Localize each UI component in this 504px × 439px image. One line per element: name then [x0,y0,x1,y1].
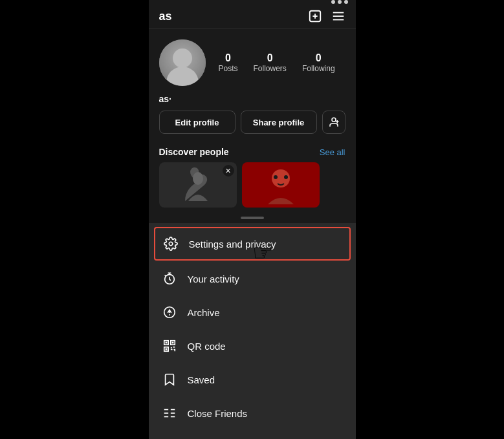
archive-icon [162,305,177,320]
profile-section: 0 Posts 0 Followers 0 Following as· Edit… [149,29,356,142]
menu-item-closefriends[interactable]: Close Friends [149,396,356,430]
following-label: Following [302,64,335,73]
discover-header: Discover people See all [159,147,345,157]
add-post-button[interactable] [308,9,322,23]
posts-count: 0 [225,52,231,64]
avatar [159,39,206,86]
stats-row: 0 Posts 0 Followers 0 Following [219,52,345,73]
qr-icon [162,338,177,354]
app-header: as [149,4,356,29]
menu-item-saved[interactable]: Saved [149,363,356,396]
profile-name: as· [159,94,345,104]
stat-followers[interactable]: 0 Followers [254,52,287,73]
menu-item-favorites[interactable]: Favorites [149,430,356,439]
gear-icon [163,236,179,252]
header-actions [308,9,345,23]
discover-title: Discover people [159,147,229,157]
edit-profile-button[interactable]: Edit profile [159,111,236,134]
closefriends-label: Close Friends [188,408,248,419]
settings-label: Settings and privacy [189,239,276,250]
followers-count: 0 [267,52,273,64]
avatar-body [166,67,199,86]
svg-rect-19 [165,342,167,344]
share-profile-button[interactable]: Share profile [241,111,317,134]
discover-card-1: × [159,162,237,208]
svg-point-11 [274,175,278,179]
posts-label: Posts [219,64,238,73]
stat-posts: 0 Posts [219,52,238,73]
svg-rect-21 [165,348,167,350]
see-all-link[interactable]: See all [320,147,345,157]
followers-label: Followers [254,64,287,73]
svg-rect-20 [171,342,173,344]
close-card-1[interactable]: × [223,165,234,177]
drag-bar [149,213,356,223]
menu-item-qrcode[interactable]: QR code [149,329,356,363]
saved-label: Saved [188,374,215,385]
activity-label: Your activity [188,273,239,284]
svg-point-9 [193,172,203,185]
add-friend-button[interactable] [322,111,345,134]
qrcode-label: QR code [188,341,226,352]
card-background-red [242,162,320,208]
profile-row: 0 Posts 0 Followers 0 Following [159,39,345,86]
timer-icon [162,271,177,286]
archive-label: Archive [188,307,220,318]
list-icon [162,405,177,421]
svg-point-6 [332,118,336,122]
menu-item-activity[interactable]: Your activity [149,262,356,295]
svg-point-12 [284,175,288,179]
username-label: as [159,10,172,23]
menu-item-archive[interactable]: Archive [149,295,356,329]
drag-indicator [241,217,264,219]
discover-section: Discover people See all × [149,142,356,213]
stat-following[interactable]: 0 Following [302,52,335,73]
menu-item-settings[interactable]: Settings and privacy [154,227,351,261]
menu-container: Settings and privacy Your activity [149,223,356,439]
avatar-head [173,48,192,68]
svg-point-13 [169,242,173,246]
discover-cards: × [159,162,345,208]
profile-actions: Edit profile Share profile [159,111,345,134]
bookmark-icon [162,372,177,387]
following-count: 0 [316,52,322,64]
discover-card-2 [242,162,320,208]
hamburger-menu-button[interactable] [331,9,345,23]
